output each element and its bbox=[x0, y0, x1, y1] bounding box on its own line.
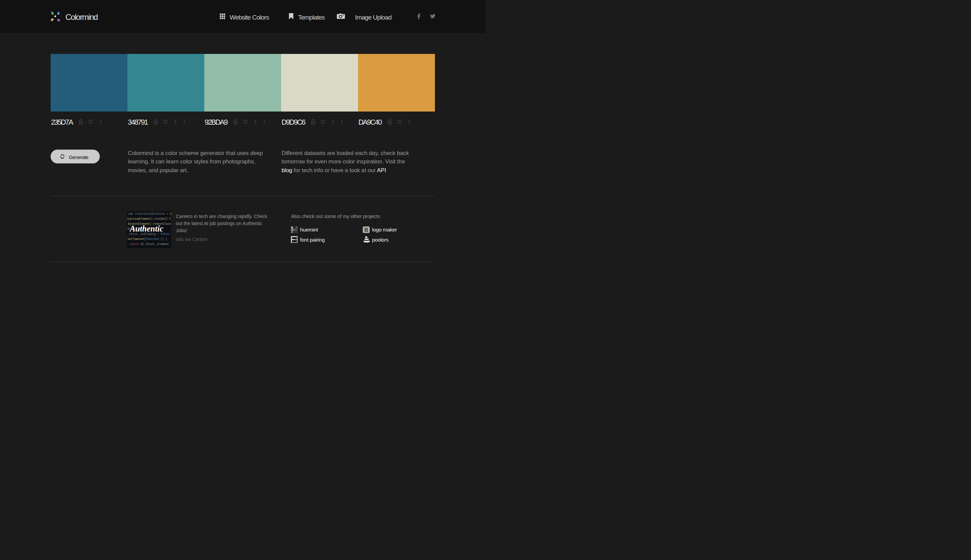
svg-text:return $(_this4._element: return $(_this4._element bbox=[129, 243, 169, 246]
svg-text:setTimeout(function () {: setTimeout(function () { bbox=[127, 238, 167, 241]
svg-text:B: B bbox=[364, 227, 368, 233]
svg-text:var transitionDuration = Ut: var transitionDuration = Ut bbox=[129, 212, 171, 215]
svg-text:$(activeElement).one(Util.T: $(activeElement).one(Util.T bbox=[127, 217, 171, 220]
svg-text:Authentic: Authentic bbox=[129, 224, 164, 233]
